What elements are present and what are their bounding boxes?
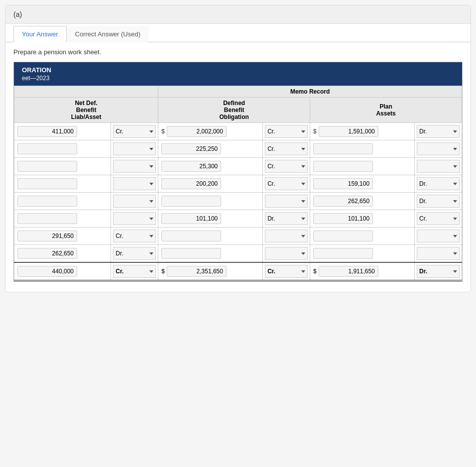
plan-crdr-cell: Dr.	[415, 193, 462, 210]
net-def-crdr-select[interactable]	[113, 177, 156, 190]
dbo-crdr-cell: Cr.	[263, 123, 310, 140]
net-def-value-cell	[14, 158, 111, 175]
dbo-input[interactable]	[161, 213, 221, 224]
tab-bar: Your Answer Correct Answer (Used)	[5, 26, 471, 42]
net-def-empty-header	[14, 86, 158, 98]
plan-crdr-select[interactable]: Dr.	[417, 265, 460, 278]
plan-value-cell	[310, 193, 415, 210]
dbo-input[interactable]	[161, 161, 221, 172]
tab-your-answer[interactable]: Your Answer	[13, 26, 67, 42]
net-def-value-cell	[14, 245, 111, 263]
chevron-down-icon	[453, 165, 457, 168]
plan-crdr-select[interactable]	[417, 247, 460, 260]
net-def-input[interactable]	[17, 161, 77, 172]
plan-crdr-cell	[415, 245, 462, 263]
dbo-input[interactable]	[161, 143, 221, 154]
worksheet-title-bar: ORATION eet—2023	[14, 62, 462, 86]
net-def-crdr-select[interactable]	[113, 195, 156, 208]
worksheet-subtitle: eet—2023	[22, 75, 454, 82]
net-def-input[interactable]	[17, 213, 77, 224]
dbo-crdr-select[interactable]: Cr.	[265, 177, 308, 190]
dbo-crdr-cell: Cr.	[263, 140, 310, 158]
dbo-input[interactable]	[161, 248, 221, 259]
plan-crdr-select[interactable]	[417, 230, 460, 242]
plan-crdr-cell: Dr.	[415, 262, 462, 281]
net-def-input[interactable]	[17, 126, 77, 137]
table-row: Dr.	[14, 193, 462, 210]
net-def-value-cell	[14, 228, 111, 245]
net-def-crdr-select[interactable]: Dr.	[113, 247, 156, 260]
net-def-crdr-select[interactable]: Cr.	[113, 125, 156, 138]
plan-value-cell	[310, 158, 415, 175]
net-def-crdr-select[interactable]	[113, 142, 156, 155]
plan-input[interactable]	[313, 248, 373, 259]
net-def-input[interactable]	[17, 143, 77, 154]
dbo-input[interactable]	[161, 178, 221, 189]
chevron-down-icon	[301, 130, 305, 133]
net-def-crdr-cell	[111, 158, 158, 175]
plan-input[interactable]	[319, 266, 378, 277]
dbo-crdr-cell: Cr.	[263, 175, 310, 193]
plan-input[interactable]	[313, 231, 373, 241]
net-def-input[interactable]	[17, 266, 77, 277]
dbo-crdr-select[interactable]: Cr.	[265, 160, 308, 173]
plan-crdr-select[interactable]: Dr.	[417, 177, 460, 190]
net-def-input[interactable]	[17, 248, 77, 259]
plan-crdr-cell	[415, 228, 462, 245]
header-row-2: Net Def. Benefit Liab/Asset Defined Bene…	[14, 98, 462, 123]
dbo-input[interactable]	[167, 126, 227, 137]
plan-crdr-select[interactable]	[417, 160, 460, 173]
dbo-crdr-select[interactable]	[265, 247, 308, 260]
dbo-crdr-cell: Dr.	[263, 210, 310, 228]
plan-input[interactable]	[319, 126, 378, 137]
dbo-input[interactable]	[167, 266, 227, 277]
table-row: Cr.$Cr.$Dr.	[14, 123, 462, 140]
dbo-crdr-select[interactable]	[265, 195, 308, 208]
chevron-down-icon	[453, 218, 457, 220]
dbo-value-cell	[158, 140, 263, 158]
chevron-down-icon	[301, 235, 305, 237]
net-def-input[interactable]	[17, 178, 77, 189]
dbo-input[interactable]	[161, 231, 221, 241]
net-def-value-cell	[14, 175, 111, 193]
tab-correct-answer[interactable]: Correct Answer (Used)	[67, 26, 149, 42]
dbo-crdr-select[interactable]: Cr.	[265, 142, 308, 155]
plan-input[interactable]	[313, 196, 373, 207]
chevron-down-icon	[149, 130, 153, 133]
dbo-crdr-select[interactable]: Dr.	[265, 212, 308, 225]
plan-input[interactable]	[313, 161, 373, 172]
dbo-input[interactable]	[161, 196, 221, 207]
dbo-crdr-cell: Cr.	[263, 262, 310, 281]
plan-crdr-select[interactable]: Cr.	[417, 212, 460, 225]
plan-crdr-select[interactable]: Dr.	[417, 195, 460, 208]
memo-record-header: Memo Record	[158, 86, 462, 98]
net-def-input[interactable]	[17, 231, 77, 241]
plan-crdr-select[interactable]	[417, 142, 460, 155]
dbo-value-cell	[158, 245, 263, 263]
plan-crdr-select[interactable]: Dr.	[417, 125, 460, 138]
plan-input[interactable]	[313, 143, 373, 154]
chevron-down-icon	[149, 252, 153, 255]
plan-input[interactable]	[313, 213, 373, 224]
net-def-value-cell	[14, 193, 111, 210]
chevron-down-icon	[301, 252, 305, 255]
net-def-value-cell	[14, 140, 111, 158]
main-container: (a) Your Answer Correct Answer (Used) Pr…	[5, 5, 471, 292]
net-def-input[interactable]	[17, 196, 77, 207]
chevron-down-icon	[149, 183, 153, 185]
section-label: (a)	[13, 10, 22, 18]
dbo-crdr-select[interactable]: Cr.	[265, 265, 308, 278]
plan-input[interactable]	[313, 178, 373, 189]
chevron-down-icon	[453, 270, 457, 273]
dbo-crdr-select[interactable]	[265, 230, 308, 242]
net-def-crdr-cell: Cr.	[111, 228, 158, 245]
net-def-crdr-select[interactable]: Cr.	[113, 230, 156, 242]
dbo-crdr-cell	[263, 228, 310, 245]
net-def-crdr-select[interactable]: Cr.	[113, 265, 156, 278]
section-header: (a)	[5, 5, 471, 24]
net-def-crdr-cell: Cr.	[111, 123, 158, 140]
plan-value-cell	[310, 210, 415, 228]
net-def-crdr-select[interactable]	[113, 212, 156, 225]
dbo-crdr-select[interactable]: Cr.	[265, 125, 308, 138]
net-def-crdr-select[interactable]	[113, 160, 156, 173]
